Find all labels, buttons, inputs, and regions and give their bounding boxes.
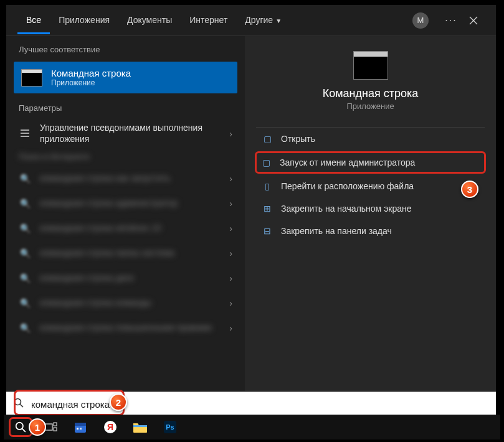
pin-taskbar-icon: ⊟: [261, 226, 273, 236]
search-icon: [6, 398, 31, 410]
taskbar: Я Ps: [4, 415, 500, 440]
chevron-right-icon: ›: [229, 174, 232, 184]
tab-web[interactable]: Интернет: [181, 6, 236, 34]
callout-badge-3: 3: [461, 181, 478, 198]
web-result[interactable]: 🔍командная строка как запустить›: [6, 166, 245, 191]
svg-text:Ps: Ps: [166, 423, 174, 431]
best-match-title: Командная строка: [51, 68, 131, 78]
svg-rect-6: [54, 428, 57, 431]
search-panel: Все Приложения Документы Интернет Другие…: [6, 5, 496, 391]
folder-icon: [133, 421, 148, 433]
user-avatar[interactable]: M: [412, 12, 429, 29]
taskbar-photoshop[interactable]: Ps: [158, 417, 182, 437]
svg-text:Я: Я: [107, 422, 113, 432]
cmd-icon: [21, 69, 42, 87]
pin-start-icon: ⊞: [261, 204, 273, 214]
action-open-location[interactable]: ▯ Перейти к расположению файла: [256, 175, 485, 197]
search-icon: 🔍: [19, 273, 31, 283]
chevron-right-icon: ›: [229, 323, 232, 333]
preview-pane: Командная строка Приложение ▢ Открыть ▢ …: [245, 36, 496, 391]
best-match-label: Лучшее соответствие: [6, 42, 245, 59]
app-title: Командная строка: [256, 87, 485, 100]
web-result[interactable]: 🔍командная строка диск›: [6, 266, 245, 291]
app-thumbnail-icon: [353, 51, 388, 80]
svg-rect-5: [54, 423, 57, 426]
settings-item-aliases[interactable]: Управление псевдонимами выполнения прило…: [6, 118, 245, 149]
web-result[interactable]: 🔍командная строка команды›: [6, 291, 245, 316]
svg-point-0: [15, 399, 21, 405]
folder-icon: ▯: [261, 181, 273, 191]
svg-rect-8: [75, 423, 86, 426]
callout-badge-1: 1: [29, 418, 46, 436]
tab-more[interactable]: Другие▼: [236, 6, 290, 34]
web-results-label: Поиск в Интернете: [6, 149, 245, 166]
search-icon: 🔍: [19, 323, 31, 333]
close-button[interactable]: [462, 9, 485, 32]
open-icon: ▢: [261, 134, 273, 144]
svg-point-2: [16, 423, 23, 430]
svg-rect-13: [133, 425, 147, 427]
action-pin-taskbar[interactable]: ⊟ Закрепить на панели задач: [256, 220, 485, 242]
chevron-right-icon: ›: [229, 248, 232, 258]
search-icon: 🔍: [19, 298, 31, 308]
tab-apps[interactable]: Приложения: [50, 6, 118, 34]
admin-shield-icon: ▢: [260, 158, 272, 167]
taskbar-calendar[interactable]: [69, 417, 92, 437]
calendar-icon: [74, 420, 87, 434]
search-input[interactable]: [31, 399, 496, 410]
settings-label: Параметры: [6, 101, 245, 118]
action-pin-start[interactable]: ⊞ Закрепить на начальном экране: [256, 197, 485, 220]
tab-documents[interactable]: Документы: [118, 6, 181, 34]
web-result[interactable]: 🔍командная строка повышенными правами›: [6, 316, 245, 341]
settings-list-icon: [19, 129, 31, 139]
more-options-button[interactable]: ···: [440, 9, 462, 32]
close-icon: [469, 16, 478, 25]
yandex-icon: Я: [103, 420, 117, 434]
callout-badge-2: 2: [110, 393, 127, 411]
search-icon: 🔍: [19, 199, 31, 209]
best-match-result[interactable]: Командная строка Приложение: [14, 62, 237, 93]
action-run-as-admin[interactable]: ▢ Запуск от имени администратора: [255, 151, 486, 174]
tab-all[interactable]: Все: [17, 6, 50, 34]
taskbar-explorer[interactable]: [128, 417, 152, 437]
search-bar[interactable]: [6, 392, 496, 416]
svg-line-1: [20, 404, 23, 407]
results-list: Лучшее соответствие Командная строка При…: [6, 36, 245, 391]
web-result[interactable]: 🔍командная строка папка система›: [6, 241, 245, 266]
app-subtitle: Приложение: [256, 101, 485, 111]
web-result[interactable]: 🔍командная строка windows 10›: [6, 216, 245, 241]
svg-line-3: [22, 428, 25, 431]
chevron-down-icon: ▼: [275, 17, 282, 24]
taskbar-yandex[interactable]: Я: [98, 417, 122, 437]
chevron-right-icon: ›: [229, 223, 232, 233]
search-icon: 🔍: [19, 223, 31, 233]
chevron-right-icon: ›: [229, 298, 232, 308]
web-result[interactable]: 🔍командная строка администратор›: [6, 191, 245, 216]
search-icon: 🔍: [19, 248, 31, 258]
search-icon: 🔍: [19, 174, 31, 184]
best-match-subtitle: Приложение: [51, 78, 131, 87]
svg-rect-10: [80, 428, 82, 430]
chevron-right-icon: ›: [229, 273, 232, 283]
action-open[interactable]: ▢ Открыть: [256, 128, 485, 150]
chevron-right-icon: ›: [229, 199, 232, 209]
chevron-right-icon: ›: [229, 129, 232, 139]
photoshop-icon: Ps: [163, 420, 177, 434]
svg-rect-9: [77, 428, 78, 430]
filter-tabs: Все Приложения Документы Интернет Другие…: [6, 5, 496, 36]
search-icon: [15, 421, 26, 433]
